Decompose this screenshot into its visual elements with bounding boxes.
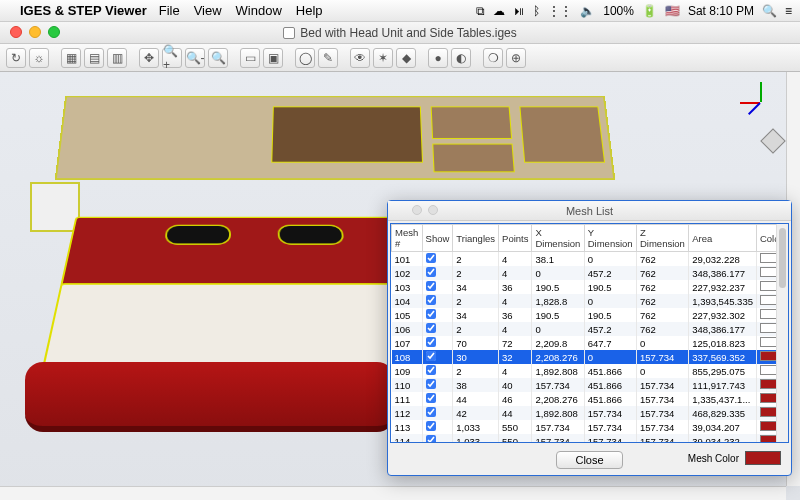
show-checkbox[interactable]	[426, 337, 436, 347]
cloud-icon[interactable]: ☁︎	[493, 4, 505, 18]
table-cell	[422, 392, 453, 406]
show-checkbox[interactable]	[426, 379, 436, 389]
table-cell: 190.5	[584, 280, 636, 294]
menu-file[interactable]: File	[159, 3, 180, 18]
flag-icon[interactable]: 🇺🇸	[665, 4, 680, 18]
battery-icon[interactable]: 🔋	[642, 4, 657, 18]
axis-gizmo[interactable]	[740, 82, 780, 122]
close-window-button[interactable]	[10, 26, 22, 38]
column-header[interactable]: Mesh #	[392, 225, 423, 252]
show-checkbox[interactable]	[426, 351, 436, 361]
show-checkbox[interactable]	[426, 393, 436, 403]
fit-view-button[interactable]: ✥	[139, 48, 159, 68]
table-row[interactable]: 104241,828.807621,393,545.335	[392, 294, 788, 308]
dropbox-icon[interactable]: ⧉	[476, 4, 485, 18]
table-row[interactable]: 10830322,208.2760157.734337,569.352	[392, 350, 788, 364]
table-row[interactable]: 10770722,209.8647.70125,018.823	[392, 336, 788, 350]
half-button[interactable]: ◐	[451, 48, 471, 68]
app-name[interactable]: IGES & STEP Viewer	[20, 3, 147, 18]
model-shelf	[519, 106, 605, 162]
table-row[interactable]: 1053436190.5190.5762227,932.302	[392, 308, 788, 322]
annotate-tool[interactable]: ✎	[318, 48, 338, 68]
light-tool[interactable]: ☼	[29, 48, 49, 68]
column-header[interactable]: Show	[422, 225, 453, 252]
measure-tool[interactable]: ◯	[295, 48, 315, 68]
table-cell: 451.866	[584, 392, 636, 406]
volume-icon[interactable]: 🔈	[580, 4, 595, 18]
clock[interactable]: Sat 8:10 PM	[688, 4, 754, 18]
column-header[interactable]: Area	[689, 225, 757, 252]
orbit-tool[interactable]: ↻	[6, 48, 26, 68]
sphere-button[interactable]: ●	[428, 48, 448, 68]
table-cell: 157.734	[584, 434, 636, 443]
zoom-window-button[interactable]	[48, 26, 60, 38]
battery-percent[interactable]: 100%	[603, 4, 634, 18]
table-scrollbar[interactable]	[776, 224, 788, 442]
column-header[interactable]: Y Dimension	[584, 225, 636, 252]
table-cell: 2	[453, 294, 499, 308]
column-header[interactable]: Triangles	[453, 225, 499, 252]
table-cell: 1,393,545.335	[689, 294, 757, 308]
table-cell: 157.734	[636, 434, 688, 443]
column-header[interactable]: X Dimension	[532, 225, 584, 252]
show-checkbox[interactable]	[426, 407, 436, 417]
table-cell: 2	[453, 252, 499, 267]
notification-center-icon[interactable]: ≡	[785, 4, 792, 18]
show-checkbox[interactable]	[426, 295, 436, 305]
show-checkbox[interactable]	[426, 309, 436, 319]
menu-view[interactable]: View	[194, 3, 222, 18]
playback-icon[interactable]: ⏯	[513, 4, 525, 18]
zoom-tool[interactable]: 🔍	[208, 48, 228, 68]
info-button[interactable]: ❍	[483, 48, 503, 68]
isolate-button[interactable]: ◆	[396, 48, 416, 68]
zoom-in-button[interactable]: 🔍+	[162, 48, 182, 68]
table-row[interactable]: 11242441,892.808157.734157.734468,829.33…	[392, 406, 788, 420]
dialog-titlebar[interactable]: Mesh List	[388, 201, 791, 221]
show-checkbox[interactable]	[426, 281, 436, 291]
view-top-button[interactable]: ▥	[107, 48, 127, 68]
table-cell: 550	[499, 420, 532, 434]
column-header[interactable]: Points	[499, 225, 532, 252]
table-row[interactable]: 1141,033550157.734157.734157.73439,034.2…	[392, 434, 788, 443]
table-row[interactable]: 102240457.2762348,386.177	[392, 266, 788, 280]
view-side-button[interactable]: ▤	[84, 48, 104, 68]
table-row[interactable]: 11144462,208.276451.866157.7341,335,437.…	[392, 392, 788, 406]
table-cell: 113	[392, 420, 423, 434]
table-row[interactable]: 1033436190.5190.5762227,932.237	[392, 280, 788, 294]
table-row[interactable]: 1131,033550157.734157.734157.73439,034.2…	[392, 420, 788, 434]
dialog-close-button[interactable]	[396, 205, 406, 215]
table-cell: 157.734	[532, 378, 584, 392]
spotlight-icon[interactable]: 🔍	[762, 4, 777, 18]
minimize-window-button[interactable]	[29, 26, 41, 38]
menu-help[interactable]: Help	[296, 3, 323, 18]
table-cell: 457.2	[584, 266, 636, 280]
settings-button[interactable]: ⊕	[506, 48, 526, 68]
show-checkbox[interactable]	[426, 421, 436, 431]
table-row[interactable]: 1012438.1076229,032.228	[392, 252, 788, 267]
view-front-button[interactable]: ▦	[61, 48, 81, 68]
scrollbar-thumb[interactable]	[779, 228, 786, 288]
show-checkbox[interactable]	[426, 323, 436, 333]
show-checkbox[interactable]	[426, 435, 436, 443]
highlight-button[interactable]: ✶	[373, 48, 393, 68]
table-cell: 457.2	[584, 322, 636, 336]
close-button[interactable]: Close	[556, 451, 622, 469]
toolbar: ↻ ☼ ▦ ▤ ▥ ✥ 🔍+ 🔍- 🔍 ▭ ▣ ◯ ✎ 👁 ✶ ◆ ● ◐ ❍ …	[0, 44, 800, 72]
table-row[interactable]: 106240457.2762348,386.177	[392, 322, 788, 336]
bluetooth-icon[interactable]: ᛒ	[533, 4, 540, 18]
menu-window[interactable]: Window	[236, 3, 282, 18]
shade-solid-button[interactable]: ▣	[263, 48, 283, 68]
shade-wire-button[interactable]: ▭	[240, 48, 260, 68]
mesh-color-swatch[interactable]	[745, 451, 781, 465]
viewport-hscrollbar[interactable]	[0, 486, 786, 500]
wifi-icon[interactable]: ⋮⋮	[548, 4, 572, 18]
table-cell: 0	[636, 336, 688, 350]
table-row[interactable]: 109241,892.808451.8660855,295.075	[392, 364, 788, 378]
column-header[interactable]: Z Dimension	[636, 225, 688, 252]
zoom-out-button[interactable]: 🔍-	[185, 48, 205, 68]
show-checkbox[interactable]	[426, 365, 436, 375]
show-checkbox[interactable]	[426, 253, 436, 263]
show-checkbox[interactable]	[426, 267, 436, 277]
table-row[interactable]: 1103840157.734451.866157.734111,917.743	[392, 378, 788, 392]
visibility-button[interactable]: 👁	[350, 48, 370, 68]
